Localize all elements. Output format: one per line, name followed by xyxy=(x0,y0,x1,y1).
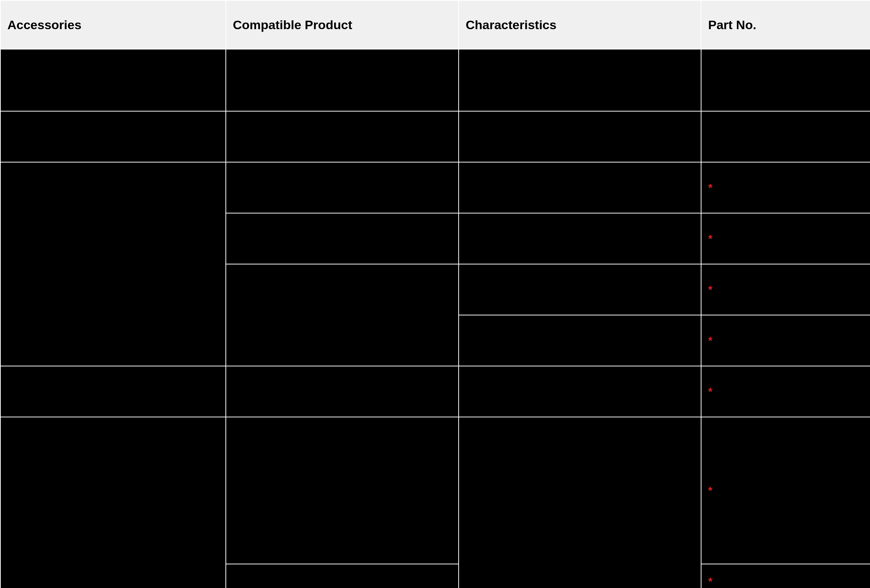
cell-part-no: * xyxy=(701,315,870,366)
cell-part-no: * xyxy=(701,162,870,213)
cell-compatible-product xyxy=(226,49,459,111)
asterisk-icon: * xyxy=(708,284,712,295)
cell-accessories xyxy=(0,162,226,366)
cell-characteristics xyxy=(459,366,701,417)
table-row: * xyxy=(0,366,870,417)
cell-part-no xyxy=(701,49,870,111)
cell-compatible-product xyxy=(226,366,459,417)
header-characteristics: Characteristics xyxy=(459,0,701,49)
cell-compatible-product xyxy=(226,264,459,366)
asterisk-icon: * xyxy=(708,182,712,193)
cell-compatible-product xyxy=(226,564,459,588)
asterisk-icon: * xyxy=(708,335,712,346)
cell-part-no: * xyxy=(701,417,870,564)
cell-characteristics xyxy=(459,417,701,588)
cell-part-no xyxy=(701,111,870,162)
page: Accessories Compatible Product Character… xyxy=(0,0,870,588)
header-accessories: Accessories xyxy=(0,0,226,49)
table-row: * xyxy=(0,417,870,564)
asterisk-icon: * xyxy=(708,485,712,496)
cell-characteristics xyxy=(459,111,701,162)
cell-compatible-product xyxy=(226,111,459,162)
cell-compatible-product xyxy=(226,417,459,564)
table-row xyxy=(0,111,870,162)
cell-characteristics xyxy=(459,264,701,315)
cell-compatible-product xyxy=(226,213,459,264)
cell-accessories xyxy=(0,49,226,111)
cell-characteristics xyxy=(459,213,701,264)
cell-part-no: * xyxy=(701,366,870,417)
cell-accessories xyxy=(0,111,226,162)
cell-part-no: * xyxy=(701,564,870,588)
cell-part-no: * xyxy=(701,264,870,315)
cell-compatible-product xyxy=(226,162,459,213)
table-row: * xyxy=(0,162,870,213)
header-part-no: Part No. xyxy=(701,0,870,49)
cell-accessories xyxy=(0,417,226,588)
cell-characteristics xyxy=(459,49,701,111)
table-row xyxy=(0,49,870,111)
table-header-row: Accessories Compatible Product Character… xyxy=(0,0,870,49)
asterisk-icon: * xyxy=(708,386,712,397)
asterisk-icon: * xyxy=(708,576,712,587)
asterisk-icon: * xyxy=(708,233,712,244)
cell-characteristics xyxy=(459,315,701,366)
accessories-table: Accessories Compatible Product Character… xyxy=(0,0,870,588)
header-compatible-product: Compatible Product xyxy=(226,0,459,49)
cell-characteristics xyxy=(459,162,701,213)
cell-part-no: * xyxy=(701,213,870,264)
cell-accessories xyxy=(0,366,226,417)
